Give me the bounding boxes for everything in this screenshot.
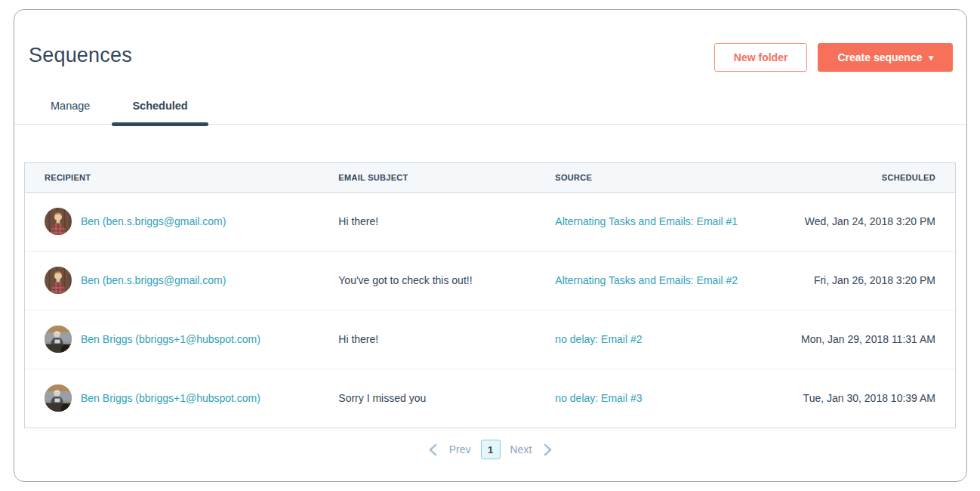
scheduled-date: Fri, Jan 26, 2018 3:20 PM xyxy=(787,251,955,310)
avatar xyxy=(45,208,72,235)
avatar xyxy=(45,384,72,412)
recipient-link[interactable]: Ben (ben.s.briggs@gmail.com) xyxy=(81,215,226,227)
prev-chevron-icon[interactable] xyxy=(427,442,439,458)
chevron-down-icon: ▾ xyxy=(929,54,933,62)
table-row: Ben (ben.s.briggs@gmail.com) Hi there! A… xyxy=(25,192,955,251)
scheduled-date: Tue, Jan 30, 2018 10:39 AM xyxy=(787,369,955,428)
recipient-link[interactable]: Ben Briggs (bbriggs+1@hubspot.com) xyxy=(81,392,260,404)
table-row: Ben Briggs (bbriggs+1@hubspot.com) Sorry… xyxy=(25,369,955,428)
avatar xyxy=(45,267,72,294)
avatar xyxy=(45,326,72,353)
ben-desk-avatar-image xyxy=(45,326,72,353)
email-subject: Sorry I missed you xyxy=(319,369,535,428)
page-title: Sequences xyxy=(29,42,132,68)
scheduled-date: Mon, Jan 29, 2018 11:31 AM xyxy=(787,310,955,369)
sequences-card: Sequences New folder Create sequence ▾ M… xyxy=(14,9,967,482)
source-link[interactable]: no delay: Email #2 xyxy=(555,333,642,345)
column-header-recipient: RECIPIENT xyxy=(25,163,319,192)
email-subject: Hi there! xyxy=(319,192,535,251)
column-header-scheduled: SCHEDULED xyxy=(787,163,955,192)
source-link[interactable]: no delay: Email #3 xyxy=(555,392,642,404)
tab-scheduled[interactable]: Scheduled xyxy=(111,92,208,124)
next-button[interactable]: Next xyxy=(510,443,532,455)
column-header-email-subject: EMAIL SUBJECT xyxy=(319,163,535,192)
table-row: Ben Briggs (bbriggs+1@hubspot.com) Hi th… xyxy=(25,310,955,369)
page-header: Sequences New folder Create sequence ▾ xyxy=(14,10,966,72)
scheduled-emails-table: RECIPIENTEMAIL SUBJECTSOURCESCHEDULED xyxy=(24,162,956,428)
create-sequence-button[interactable]: Create sequence ▾ xyxy=(818,43,953,72)
ben-plaid-avatar-image xyxy=(45,208,72,235)
header-actions: New folder Create sequence ▾ xyxy=(714,43,953,72)
recipient-link[interactable]: Ben (ben.s.briggs@gmail.com) xyxy=(81,274,226,286)
new-folder-button[interactable]: New folder xyxy=(714,43,808,72)
current-page-button[interactable]: 1 xyxy=(481,440,501,459)
ben-plaid-avatar-image xyxy=(45,267,72,294)
tab-bar: Manage Scheduled xyxy=(14,92,966,125)
column-header-source: SOURCE xyxy=(535,163,787,192)
table-header-row: RECIPIENTEMAIL SUBJECTSOURCESCHEDULED xyxy=(25,163,955,192)
tab-manage[interactable]: Manage xyxy=(29,92,111,124)
email-subject: You've got to check this out!! xyxy=(319,251,535,310)
scheduled-date: Wed, Jan 24, 2018 3:20 PM xyxy=(787,192,955,251)
source-link[interactable]: Alternating Tasks and Emails: Email #2 xyxy=(555,274,738,286)
pagination: Prev 1 Next xyxy=(14,440,966,459)
create-sequence-label: Create sequence xyxy=(837,44,922,71)
email-subject: Hi there! xyxy=(319,310,535,369)
recipient-link[interactable]: Ben Briggs (bbriggs+1@hubspot.com) xyxy=(81,333,260,345)
prev-button[interactable]: Prev xyxy=(449,443,471,455)
source-link[interactable]: Alternating Tasks and Emails: Email #1 xyxy=(555,215,738,227)
next-chevron-icon[interactable] xyxy=(541,442,554,458)
table-row: Ben (ben.s.briggs@gmail.com) You've got … xyxy=(25,251,955,310)
table-body: Ben (ben.s.briggs@gmail.com) Hi there! A… xyxy=(25,192,955,428)
ben-desk-avatar-image xyxy=(45,384,72,412)
